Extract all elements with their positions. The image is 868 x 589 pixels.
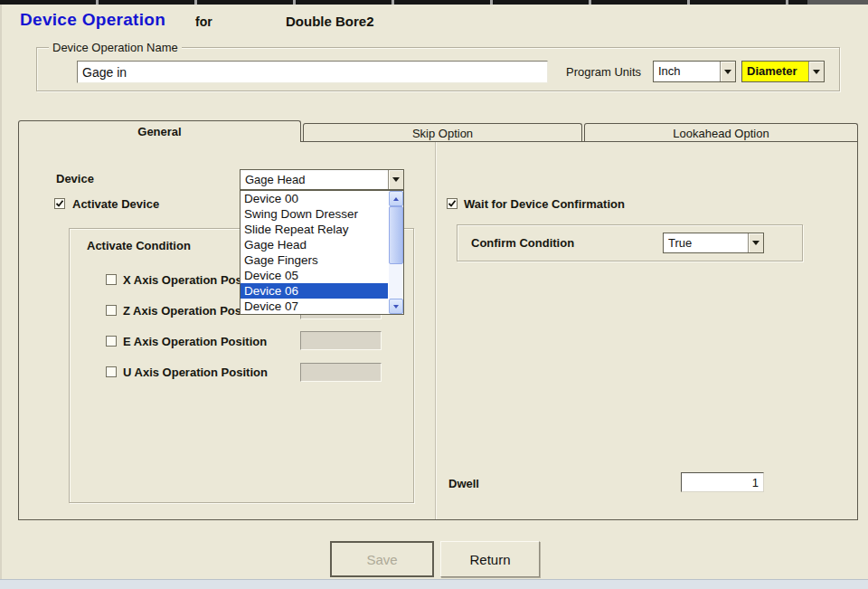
- program-units-value: Inch: [654, 62, 720, 81]
- scroll-down-icon: [393, 305, 399, 309]
- wait-confirmation-label: Wait for Device Confirmation: [464, 197, 625, 211]
- device-select[interactable]: Gage Head: [240, 169, 404, 190]
- return-button[interactable]: Return: [440, 541, 540, 577]
- e-axis-position-field: [300, 331, 382, 350]
- wait-confirmation-checkbox[interactable]: [447, 198, 458, 209]
- program-units-label: Program Units: [566, 65, 641, 79]
- device-option[interactable]: Slide Repeat Relay: [241, 222, 388, 237]
- activate-device-checkbox[interactable]: [54, 198, 65, 209]
- tab-lookahead-option[interactable]: Lookahead Option: [584, 123, 858, 142]
- e-axis-checkbox[interactable]: [106, 336, 117, 347]
- u-axis-label: U Axis Operation Position: [123, 366, 268, 379]
- confirm-condition-dropdown-button[interactable]: [748, 233, 763, 252]
- device-dropdown-button[interactable]: [388, 170, 403, 189]
- activate-condition-group-label: Activate Condition: [87, 239, 191, 252]
- device-option[interactable]: Device 00: [241, 191, 388, 206]
- device-option[interactable]: Device 07: [241, 299, 388, 314]
- check-icon: [55, 199, 64, 208]
- operation-context-name: Double Bore2: [286, 14, 374, 29]
- tab-general[interactable]: General: [18, 120, 301, 142]
- save-button[interactable]: Save: [330, 541, 434, 577]
- device-option[interactable]: Device 05: [241, 268, 388, 283]
- u-axis-checkbox[interactable]: [106, 366, 117, 377]
- e-axis-label: E Axis Operation Position: [123, 335, 267, 348]
- chevron-down-icon: [813, 70, 820, 74]
- device-option-highlighted[interactable]: Device 06: [241, 283, 388, 299]
- check-icon: [448, 199, 457, 208]
- dwell-field-wrap: [681, 472, 764, 492]
- program-units-dropdown-button[interactable]: [720, 62, 735, 81]
- page-title: Device Operation: [20, 10, 165, 30]
- chevron-down-icon: [752, 241, 760, 245]
- chevron-down-icon: [724, 70, 731, 74]
- dropdown-scrollbar[interactable]: [389, 191, 403, 314]
- z-axis-checkbox[interactable]: [106, 305, 117, 316]
- dimension-mode-value: Diameter: [742, 62, 808, 81]
- scrollbar-thumb[interactable]: [389, 206, 403, 264]
- panel-divider: [435, 142, 436, 519]
- device-dropdown-list: Device 00 Swing Down Dresser Slide Repea…: [240, 190, 404, 315]
- u-axis-position-field: [300, 363, 382, 382]
- dimension-mode-select[interactable]: Diameter: [741, 61, 825, 82]
- device-label: Device: [56, 172, 94, 185]
- device-option[interactable]: Gage Head: [241, 237, 388, 252]
- scroll-down-button[interactable]: [389, 299, 403, 314]
- device-option[interactable]: Swing Down Dresser: [241, 206, 388, 222]
- scroll-up-button[interactable]: [389, 191, 403, 206]
- confirm-condition-value: True: [664, 233, 748, 252]
- confirm-condition-select[interactable]: True: [663, 233, 764, 253]
- x-axis-checkbox[interactable]: [106, 274, 117, 285]
- title-for-label: for: [195, 14, 212, 29]
- dimension-mode-dropdown-button[interactable]: [808, 62, 824, 81]
- device-operation-name-group-label: Device Operation Name: [49, 41, 182, 54]
- dwell-input[interactable]: [681, 472, 764, 492]
- confirm-condition-label: Confirm Condition: [471, 236, 574, 250]
- dwell-label: Dwell: [448, 477, 479, 490]
- activate-device-label: Activate Device: [72, 197, 159, 211]
- operation-name-input[interactable]: [77, 61, 548, 83]
- window-bottom-border: [0, 579, 868, 589]
- operation-name-field-wrap: [77, 61, 548, 83]
- device-select-value: Gage Head: [241, 170, 388, 189]
- device-option[interactable]: Gage Fingers: [241, 252, 388, 268]
- chevron-down-icon: [392, 177, 400, 182]
- window-left-border: [0, 5, 2, 579]
- tab-skip-option[interactable]: Skip Option: [303, 123, 582, 142]
- window-top-border: [0, 0, 868, 5]
- program-units-select[interactable]: Inch: [653, 61, 736, 82]
- scroll-up-icon: [393, 197, 399, 201]
